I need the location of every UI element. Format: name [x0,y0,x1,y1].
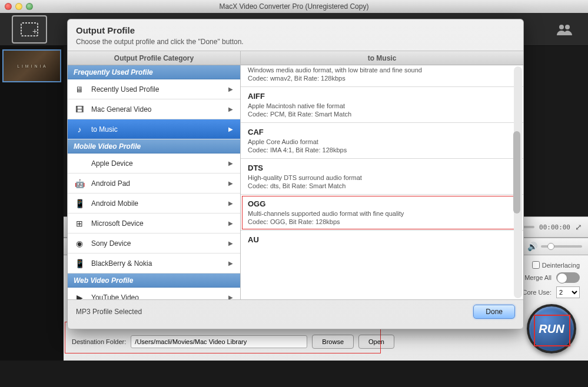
people-icon[interactable] [553,18,576,41]
chevron-right-icon: ▶ [228,260,233,266]
svg-point-3 [565,25,570,29]
chevron-right-icon: ▶ [228,126,233,132]
merge-all-toggle[interactable] [556,272,580,283]
cat-android-mobile[interactable]: 📱Android Mobile▶ [68,194,240,213]
video-thumbnail[interactable]: L I M I N I A [2,49,61,82]
thumb-label: L I M I N I A [17,64,46,68]
music-icon: ♪ [74,124,85,135]
format-item-caf[interactable]: CAFApple Core Audio formatCodec: IMA 4:1… [241,123,523,159]
cat-youtube-video[interactable]: ▶YouTube Video▶ [68,288,240,299]
video-thumbnails-sidebar: L I M I N I A [0,46,64,361]
section-mobile: Mobile Video Profile [68,139,240,154]
windows-icon: ⊞ [74,218,85,229]
deinterlacing-checkbox[interactable] [532,261,540,269]
format-codec: Codec: OGG, Bit Rate: 128kbps [248,218,516,225]
dest-label: Destination Folder: [72,338,126,345]
format-name: OGG [248,199,516,208]
chevron-right-icon: ▶ [228,220,233,226]
section-web: Web Video Profile [68,273,240,288]
cat-apple-device[interactable]: Apple Device▶ [68,154,240,174]
category-list: Frequently Used Profile 🖥Recently Used P… [68,65,240,299]
cat-recently-used[interactable]: 🖥Recently Used Profile▶ [68,79,240,99]
format-list: Windows media audio format, with low bit… [241,65,523,299]
format-codec: Codec: IMA 4:1, Bit Rate: 128kbps [248,146,516,154]
section-frequently-used: Frequently Used Profile [68,65,240,79]
chevron-right-icon: ▶ [228,160,233,166]
volume-icon[interactable]: 🔊 [527,242,537,251]
android-mobile-icon: 📱 [74,198,85,209]
run-button[interactable]: RUN [527,304,576,353]
titlebar: MacX Video Converter Pro (Unregistered C… [0,0,588,13]
sony-icon: ◉ [74,238,85,249]
cat-android-pad[interactable]: 🤖Android Pad▶ [68,174,240,194]
core-use-select[interactable]: 2 [556,286,580,298]
format-scrollbar[interactable] [514,66,522,298]
window-title: MacX Video Converter Pro (Unregistered C… [220,2,369,11]
format-name: AIFF [248,92,516,101]
volume-slider[interactable] [541,245,582,248]
minimize-window-button[interactable] [15,3,22,10]
zoom-window-button[interactable] [26,3,33,10]
dialog-title: Output Profile [76,25,515,35]
profile-status: MP3 Profile Selected [76,308,142,316]
close-window-button[interactable] [5,3,12,10]
chevron-right-icon: ▶ [228,106,233,112]
recent-icon: 🖥 [74,84,85,95]
apple-icon [74,158,85,169]
cat-blackberry-nokia[interactable]: 📱BlackBerry & Nokia▶ [68,253,240,273]
format-desc: Multi-channels supported audio format wi… [248,210,516,217]
fullscreen-icon[interactable]: ⤢ [575,222,582,232]
format-desc: High-quality DTS surround audio format [248,174,516,181]
svg-point-2 [559,25,564,29]
dialog-subtitle: Choose the output profile and click the … [76,38,515,46]
open-button[interactable]: Open [358,335,394,349]
chevron-right-icon: ▶ [228,180,233,186]
format-desc: Windows media audio format, with low bit… [248,66,516,74]
cat-mac-video[interactable]: 🎞Mac General Video▶ [68,99,240,119]
format-item-aiff[interactable]: AIFFApple Macintosh native file formatCo… [241,87,523,123]
format-item-dts[interactable]: DTSHigh-quality DTS surround audio forma… [241,159,523,195]
done-button[interactable]: Done [473,305,515,319]
format-name: DTS [248,164,516,172]
format-column-header: to Music [241,51,523,65]
mac-icon: 🎞 [74,104,85,115]
format-item-ogg[interactable]: OGGMulti-channels supported audio format… [241,195,523,231]
cat-to-music[interactable]: ♪to Music▶ [68,119,240,139]
cat-microsoft-device[interactable]: ⊞Microsoft Device▶ [68,213,240,233]
android-pad-icon: 🤖 [74,178,85,189]
chevron-right-icon: ▶ [228,294,233,299]
chevron-right-icon: ▶ [228,200,233,206]
format-codec: Codec: wmav2, Bit Rate: 128kbps [248,75,516,82]
output-profile-dialog: Output Profile Choose the output profile… [67,19,524,329]
deinterlacing-option[interactable]: Deinterlacing [532,261,580,269]
dest-folder-input[interactable] [131,335,307,348]
youtube-icon: ▶ [74,292,85,300]
browse-button[interactable]: Browse [312,335,354,349]
svg-text:+: + [32,26,37,36]
format-desc: Apple Macintosh native file format [248,102,516,109]
format-name: CAF [248,128,516,136]
chevron-right-icon: ▶ [228,86,233,92]
cat-sony-device[interactable]: ◉Sony Device▶ [68,233,240,253]
format-codec: Codec: PCM, Bit Rate: Smart Match [248,111,516,118]
chevron-right-icon: ▶ [228,240,233,246]
category-column-header: Output Profile Category [68,51,240,65]
format-name: AU [248,235,516,244]
format-codec: Codec: dts, Bit Rate: Smart Match [248,182,516,189]
time-display: 00:00:00 [539,223,570,231]
add-video-button[interactable]: + [12,15,47,44]
format-desc: Apple Core Audio format [248,138,516,145]
blackberry-icon: 📱 [74,258,85,269]
format-item-wma[interactable]: Windows media audio format, with low bit… [241,65,523,87]
merge-all-label: Merge All [524,274,552,281]
format-item-au[interactable]: AU [241,231,523,244]
